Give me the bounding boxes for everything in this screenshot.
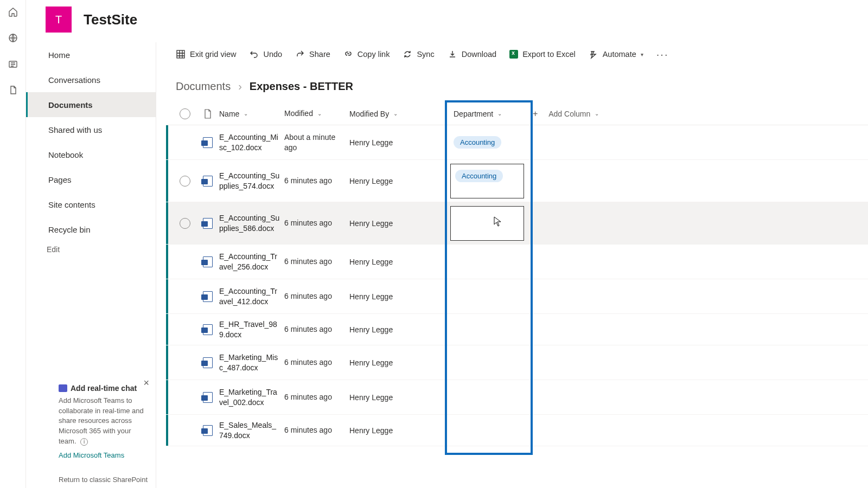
modified-date: 6 minutes ago [284,279,349,313]
modified-date: 6 minutes ago [284,314,349,345]
sidebar-item-site-contents[interactable]: Site contents [26,192,156,217]
table-row[interactable]: E_HR_Travel_989.docx6 minutes agoHenry L… [166,314,868,345]
sidebar-item-recycle-bin[interactable]: Recycle bin [26,217,156,242]
close-icon[interactable]: × [143,377,149,389]
command-bar: Exit grid view Undo Share Copy link Sync… [156,42,868,66]
nav-edit-link[interactable]: Edit [26,245,156,254]
table-row[interactable]: E_Accounting_Misc_102.docxAbout a minute… [166,125,868,160]
file-type-column[interactable] [196,102,219,125]
select-all-column[interactable] [174,102,196,125]
file-name[interactable]: E_Sales_Meals_749.docx [219,420,280,441]
more-commands-button[interactable]: ··· [656,49,669,60]
share-button[interactable]: Share [295,49,330,59]
row-selector[interactable] [174,202,196,244]
export-excel-button[interactable]: Export to Excel [509,50,576,59]
file-name[interactable]: E_Accounting_Supplies_586.docx [219,213,280,234]
row-selector[interactable] [174,345,196,380]
modified-by: Henry Legge [349,125,447,159]
row-selector[interactable] [174,125,196,159]
file-name[interactable]: E_Accounting_Supplies_574.docx [219,171,280,191]
sidebar-item-notebook[interactable]: Notebook [26,142,156,167]
chevron-down-icon: ▾ [641,52,643,57]
sync-icon [403,49,412,59]
undo-icon [249,49,259,59]
automate-button[interactable]: Automate ▾ [589,49,643,59]
department-cell[interactable] [447,345,533,380]
department-cell[interactable] [447,279,533,313]
site-title[interactable]: TestSite [84,11,137,28]
department-tag[interactable]: Accounting [454,136,501,149]
breadcrumb-leaf: Expenses - BETTER [250,80,353,93]
table-row[interactable]: E_Marketing_Misc_487.docx6 minutes agoHe… [166,345,868,380]
department-cell[interactable] [447,380,533,414]
download-button[interactable]: Download [448,49,497,59]
sidebar-item-pages[interactable]: Pages [26,167,156,192]
grid-header-row: Name⌄ Modified⌄ Modified By⌄ Department⌄… [166,102,868,125]
modified-by: Henry Legge [349,245,447,279]
row-selector[interactable] [174,380,196,414]
info-icon[interactable]: i [80,438,88,446]
modified-column-header[interactable]: Modified⌄ [284,108,322,118]
file-icon[interactable] [8,85,18,95]
department-cell[interactable] [447,245,533,279]
download-icon [448,49,457,59]
add-teams-link[interactable]: Add Microsoft Teams [59,451,148,459]
breadcrumb-root[interactable]: Documents [176,80,231,93]
word-doc-icon [196,380,219,414]
file-name[interactable]: E_Accounting_Travel_256.docx [219,252,280,272]
department-cell[interactable] [447,202,533,244]
sidebar-item-documents[interactable]: Documents [26,92,156,117]
department-cell[interactable]: Accounting [447,160,533,202]
table-row[interactable]: E_Accounting_Supplies_586.docx6 minutes … [166,202,868,245]
undo-button[interactable]: Undo [249,49,282,59]
department-edit-cell[interactable]: Accounting [450,164,524,198]
file-name[interactable]: E_HR_Travel_989.docx [219,319,280,340]
chat-card-title: Add real-time chat [71,384,137,393]
copy-link-label: Copy link [358,50,390,59]
add-column-button[interactable]: + Add Column⌄ [533,109,599,119]
sidebar-item-home[interactable]: Home [26,42,156,67]
department-cell[interactable] [447,314,533,345]
news-icon[interactable] [8,59,18,69]
copy-link-button[interactable]: Copy link [343,49,390,59]
word-doc-icon [196,125,219,159]
file-name[interactable]: E_Marketing_Misc_487.docx [219,352,280,373]
file-name[interactable]: E_Marketing_Travel_002.docx [219,387,280,408]
row-selector[interactable] [174,415,196,446]
table-row[interactable]: E_Marketing_Travel_002.docx6 minutes ago… [166,380,868,415]
table-row[interactable]: E_Accounting_Supplies_574.docx6 minutes … [166,160,868,202]
modified-by-column-header[interactable]: Modified By⌄ [349,110,398,118]
exit-grid-button[interactable]: Exit grid view [176,49,236,59]
breadcrumb: Documents › Expenses - BETTER [156,66,868,102]
modified-date: 6 minutes ago [284,245,349,279]
department-cell[interactable]: Accounting [447,125,533,159]
modified-by: Henry Legge [349,160,447,202]
file-name[interactable]: E_Accounting_Travel_412.docx [219,286,280,307]
globe-icon[interactable] [8,33,18,43]
modified-by: Henry Legge [349,415,447,446]
sync-button[interactable]: Sync [403,49,434,59]
row-selector[interactable] [174,279,196,313]
modified-by: Henry Legge [349,279,447,313]
modified-by: Henry Legge [349,345,447,380]
word-doc-icon [196,160,219,202]
modified-date: 6 minutes ago [284,160,349,202]
site-logo[interactable]: T [46,7,72,33]
sidebar-item-shared-with-us[interactable]: Shared with us [26,117,156,142]
department-tag[interactable]: Accounting [455,170,503,182]
table-row[interactable]: E_Sales_Meals_749.docx6 minutes agoHenry… [166,415,868,446]
row-selector[interactable] [174,160,196,202]
classic-sharepoint-link[interactable]: Return to classic SharePoint [59,476,148,484]
department-column-header[interactable]: Department⌄ [454,110,502,118]
table-row[interactable]: E_Accounting_Travel_412.docx6 minutes ag… [166,279,868,314]
row-selector[interactable] [174,245,196,279]
home-icon[interactable] [8,7,18,17]
table-row[interactable]: E_Accounting_Travel_256.docx6 minutes ag… [166,245,868,279]
file-name[interactable]: E_Accounting_Misc_102.docx [219,132,280,153]
department-cell[interactable] [447,415,533,446]
row-selector[interactable] [174,314,196,345]
teams-icon [59,384,67,392]
sidebar-item-conversations[interactable]: Conversations [26,67,156,92]
name-column-header[interactable]: Name⌄ [219,110,248,118]
department-edit-cell[interactable] [450,206,524,241]
